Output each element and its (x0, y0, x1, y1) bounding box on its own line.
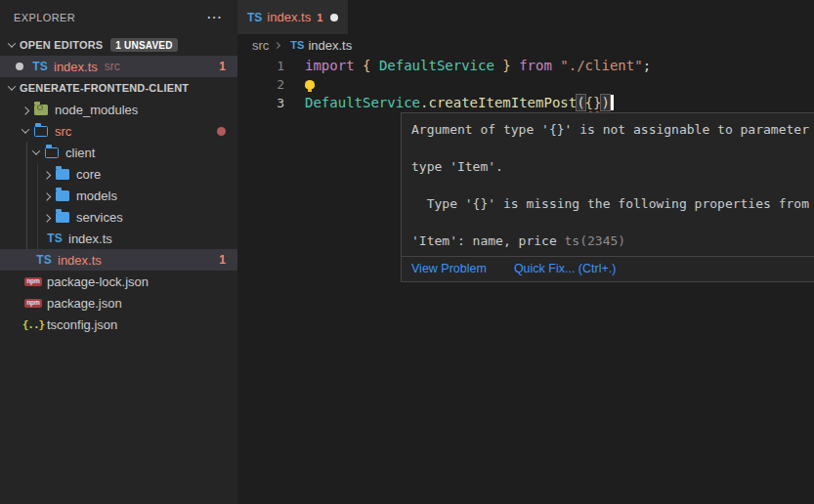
tree-row-core[interactable]: core (0, 163, 237, 185)
tree-label: models (76, 189, 117, 203)
tree-label: src (55, 124, 71, 139)
explorer-sidebar: EXPLORER ⋯ OPEN EDITORS 1 UNSAVED TS ind… (0, 0, 237, 504)
open-editor-file-description: src (105, 60, 120, 73)
semicolon: ; (643, 58, 651, 73)
more-actions-icon[interactable]: ⋯ (202, 13, 226, 22)
error-line-4: 'Item': name, price (411, 233, 565, 248)
typescript-file-icon: TS (36, 252, 52, 268)
tree-row-client-index-ts[interactable]: TS index.ts (0, 228, 237, 249)
line-number[interactable]: 2 (237, 75, 284, 94)
explorer-header: EXPLORER ⋯ (0, 0, 237, 34)
tree-label: package.json (47, 296, 122, 311)
code-line-1[interactable]: 1 import { DefaultService } from "./clie… (237, 57, 814, 75)
node-modules-folder-icon (33, 102, 49, 117)
tooltip-actions: View Problem Quick Fix... (Ctrl+.) (402, 256, 814, 281)
keyword-import: import (305, 58, 363, 73)
editor-group: TS index.ts 1 src TS index.ts 1 import {… (237, 0, 814, 504)
chevron-down-icon (4, 37, 20, 53)
tree-label: tsconfig.json (47, 317, 117, 332)
tree-row-tsconfig-json[interactable]: {..} tsconfig.json (0, 314, 237, 335)
folder-icon (55, 209, 70, 225)
tree-row-package-lock-json[interactable]: npm package-lock.json (0, 271, 237, 292)
typescript-file-icon: TS (247, 11, 262, 24)
error-line-3: Type '{}' is missing the following prope… (411, 196, 809, 211)
error-message: Argument of type '{}' is not assignable … (402, 113, 814, 256)
tab-file-name: index.ts (267, 10, 311, 24)
tree-label: core (76, 167, 101, 182)
error-line-2: type 'Item'. (411, 159, 503, 174)
close-brace: } (502, 58, 510, 73)
chevron-down-icon (4, 80, 20, 96)
code-area[interactable]: 1 import { DefaultService } from "./clie… (237, 56, 814, 112)
open-editors-label: OPEN EDITORS (20, 39, 103, 51)
tree-label: client (65, 146, 95, 160)
line-number[interactable]: 3 (237, 94, 284, 112)
error-count-badge: 1 (219, 60, 226, 73)
typescript-file-icon: TS (290, 39, 304, 51)
typescript-file-icon: TS (47, 231, 63, 246)
file-tree: node_modules src client core models (0, 99, 237, 335)
method-name: createItemItemPost (428, 95, 577, 110)
code-line-3[interactable]: 3 DefaultService.createItemItemPost({}) (237, 94, 814, 112)
tree-label: index.ts (58, 253, 102, 268)
module-string: "./client" (560, 58, 642, 73)
tree-row-services[interactable]: services (0, 206, 237, 228)
folder-icon (55, 188, 70, 203)
error-dot-badge (217, 127, 226, 136)
tree-label: package-lock.json (47, 274, 149, 289)
tree-label: node_modules (55, 103, 138, 117)
tree-row-node-modules[interactable]: node_modules (0, 99, 237, 120)
error-tooltip: Argument of type '{}' is not assignable … (401, 112, 814, 282)
project-name-label: GENERATE-FRONTEND-CLIENT (20, 82, 189, 94)
tree-label: services (76, 210, 123, 225)
explorer-title: EXPLORER (14, 12, 202, 23)
chevron-right-icon (271, 39, 282, 51)
tree-row-client[interactable]: client (0, 142, 237, 163)
folder-icon (55, 166, 70, 182)
keyword-from: from (511, 58, 561, 73)
chevron-down-icon (18, 123, 33, 139)
view-problem-link[interactable]: View Problem (411, 262, 487, 275)
tree-row-src-index-ts[interactable]: TS index.ts 1 (0, 249, 237, 271)
open-paren-bracket-match: ( (577, 95, 584, 110)
tab-error-count-badge: 1 (317, 12, 322, 23)
open-folder-icon (33, 123, 49, 139)
open-editors-section-header[interactable]: OPEN EDITORS 1 UNSAVED (0, 34, 237, 56)
quick-fix-link[interactable]: Quick Fix... (Ctrl+.) (514, 262, 617, 275)
open-editor-file-name: index.ts (54, 60, 98, 74)
open-folder-icon (44, 145, 60, 160)
close-paren-bracket-match: ) (601, 95, 609, 110)
error-braces: {} (585, 95, 602, 110)
lightbulb-icon[interactable] (305, 80, 315, 89)
error-code: ts(2345) (565, 233, 626, 248)
chevron-right-icon (39, 188, 55, 203)
typescript-file-icon: TS (32, 59, 48, 74)
unsaved-dot-icon[interactable] (330, 14, 338, 21)
open-editor-item-index-ts[interactable]: TS index.ts src 1 (0, 56, 237, 77)
line-number[interactable]: 1 (237, 57, 284, 75)
chevron-right-icon (39, 209, 55, 225)
chevron-right-icon (39, 166, 55, 182)
json-config-file-icon: {..} (25, 316, 41, 332)
modified-dot-icon (16, 63, 23, 70)
project-section-header[interactable]: GENERATE-FRONTEND-CLIENT (0, 77, 237, 99)
chevron-down-icon (28, 145, 44, 160)
error-line-1: Argument of type '{}' is not assignable … (411, 122, 814, 137)
tree-row-models[interactable]: models (0, 185, 237, 206)
tree-row-package-json[interactable]: npm package.json (0, 292, 237, 314)
npm-file-icon: npm (25, 273, 41, 289)
breadcrumb-file[interactable]: index.ts (308, 38, 352, 53)
chevron-right-icon (18, 102, 33, 117)
error-count-badge: 1 (219, 253, 226, 267)
tree-row-src[interactable]: src (0, 120, 237, 142)
breadcrumb: src TS index.ts (237, 34, 814, 56)
code-line-2[interactable]: 2 (237, 75, 814, 94)
tree-label: index.ts (68, 231, 112, 246)
npm-file-icon: npm (25, 295, 41, 311)
breadcrumb-dir[interactable]: src (252, 38, 269, 53)
unsaved-count-badge: 1 UNSAVED (110, 38, 177, 52)
class-name: DefaultService (305, 95, 420, 110)
class-name: DefaultService (370, 58, 502, 73)
tab-index-ts[interactable]: TS index.ts 1 (237, 0, 348, 34)
tab-bar: TS index.ts 1 (237, 0, 814, 34)
